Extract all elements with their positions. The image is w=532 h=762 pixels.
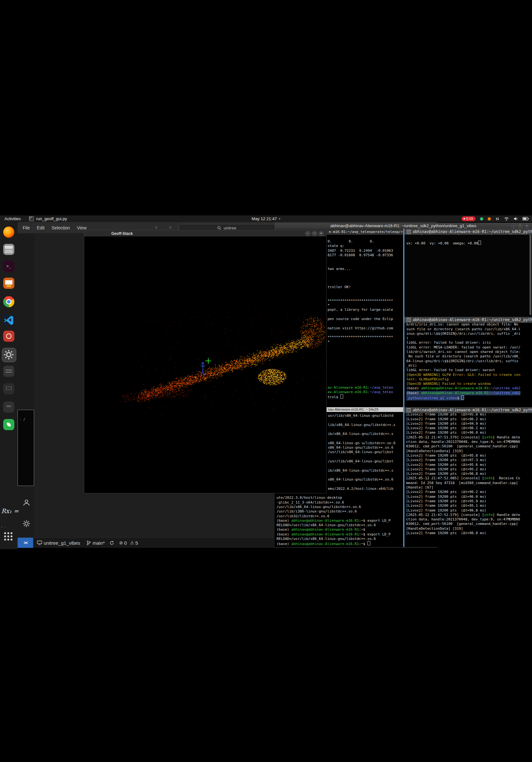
math-annotation: Rx₁ = xyxy=(1,507,19,514)
git-branch[interactable]: main* xyxy=(87,540,104,546)
small-preview-window[interactable]: · / xyxy=(18,410,34,486)
command-center-text: unitree xyxy=(224,226,236,230)
sync-icon xyxy=(109,541,114,545)
livox-terminal-content[interactable]: [Livox2] frame 19200 pts (Δt=96.2 ms)[Li… xyxy=(404,407,532,535)
dock: >_ xyxy=(0,222,18,549)
geoff-maximize-button[interactable]: □ xyxy=(312,231,317,236)
remote-window-icon xyxy=(37,541,42,545)
dock-app-dark-2-icon[interactable] xyxy=(3,383,14,394)
wifi-icon xyxy=(504,217,509,221)
nav-forward-icon[interactable]: › xyxy=(169,224,171,230)
gl-terminal-content[interactable]: libGL error: MESA-LOADER: failed to open… xyxy=(404,317,532,400)
vscode-statusbar: >< unitree_g1_vibes main* ⊘ 0 xyxy=(18,537,275,548)
drive-terminal-title: abhinav@abhinav-Alienware-m16-R1:~/unitr… xyxy=(413,229,532,234)
dock-settings-gear-icon[interactable] xyxy=(3,349,14,360)
terminal-main-titlebar[interactable]: abhinav@abhinav-Alienware-m16-R1: ~/unit… xyxy=(275,223,532,229)
problems-indicator[interactable]: ⊘ 0 ⚠ 5 xyxy=(119,540,138,546)
volume-icon xyxy=(513,217,518,221)
menu-file[interactable]: File xyxy=(23,225,30,230)
avp-terminal-title: e-m16-R1:~/avp_teleoperate/teleop/robot_ xyxy=(329,230,403,234)
dock-terminal-icon[interactable]: >_ xyxy=(3,261,14,272)
dock-app-green-icon[interactable] xyxy=(3,419,14,430)
dock-app-dark-1-icon[interactable] xyxy=(3,366,14,377)
dock-app-dark-3-icon[interactable] xyxy=(3,402,14,413)
geoff-titlebar[interactable]: Geoff-Stack − □ × xyxy=(84,230,326,236)
gl-terminal-window[interactable]: abhinav@abhinav-Alienware-m16-R1:~/unitr… xyxy=(404,317,532,407)
errors-icon: ⊘ xyxy=(119,540,123,545)
nav-back-icon[interactable]: ‹ xyxy=(155,224,157,230)
xterm-icon xyxy=(407,230,411,234)
warnings-icon: ⚠ xyxy=(130,540,134,545)
activity-bar xyxy=(18,233,34,537)
geoff-close-button[interactable]: × xyxy=(319,231,324,236)
remote-indicator[interactable]: >< xyxy=(18,538,33,548)
livox-terminal-titlebar[interactable]: abhinav@abhinav-Alienware-m16-R1:~/unitr… xyxy=(404,407,532,413)
gl-terminal-title: abhinav@abhinav-Alienware-m16-R1:~/unitr… xyxy=(413,318,532,322)
desktop: File Edit Selection View ‹ › unitree >< xyxy=(0,0,532,762)
xterm-icon xyxy=(407,408,411,412)
sync-button[interactable] xyxy=(109,541,114,545)
minimize-button[interactable]: − xyxy=(511,223,516,228)
avp-terminal-content[interactable]: 0. 0. 0.state q:3487 0.72231 0.2494 -0.0… xyxy=(327,229,403,399)
lidar-pointcloud-viewport[interactable] xyxy=(84,236,326,493)
xterm-icon xyxy=(407,318,411,322)
small-preview-text: · / xyxy=(20,418,25,421)
drive-terminal-titlebar[interactable]: abhinav@abhinav-Alienware-m16-R1:~/unitr… xyxy=(404,229,532,235)
terminal-main-title: abhinav@abhinav-Alienware-m16-R1: ~/unit… xyxy=(330,223,476,228)
errors-count: 0 xyxy=(124,540,127,546)
warnings-count: 5 xyxy=(135,540,138,546)
geoff-minimize-button[interactable]: − xyxy=(305,231,310,236)
dock-vscode-icon[interactable] xyxy=(3,314,14,326)
livox-terminal-window[interactable]: abhinav@abhinav-Alienware-m16-R1:~/unitr… xyxy=(404,407,532,547)
menu-edit[interactable]: Edit xyxy=(37,225,45,230)
gl-terminal-titlebar[interactable]: abhinav@abhinav-Alienware-m16-R1:~/unitr… xyxy=(404,317,532,323)
mic-active-icon[interactable] xyxy=(480,217,483,220)
battery-icon xyxy=(522,217,529,220)
maximize-button[interactable]: □ xyxy=(518,223,523,228)
search-icon xyxy=(217,226,221,230)
dock-firefox-icon[interactable] xyxy=(3,227,14,238)
clock[interactable]: May 12 21:47 xyxy=(252,216,277,221)
geoff-stack-window: Geoff-Stack − □ × xyxy=(84,230,327,493)
dock-files-icon[interactable] xyxy=(3,244,14,255)
math-annotation-faint-marks xyxy=(1,526,2,527)
geoff-title: Geoff-Stack xyxy=(111,231,133,236)
notification-caret-icon: ▾ xyxy=(279,217,280,220)
livox-terminal-title: abhinav@abhinav-Alienware-m16-R1:~/unitr… xyxy=(413,408,532,412)
dock-chrome-icon[interactable] xyxy=(3,296,14,307)
gnome-topbar: Activities run_geoff_gui.py May 12 21:47… xyxy=(0,215,532,222)
ldpreload-title: nav-Alienware-m16-R1: ~ 54x29 xyxy=(328,408,378,411)
menu-view[interactable]: View xyxy=(77,225,87,230)
avp-terminal-titlebar[interactable]: e-m16-R1:~/avp_teleoperate/teleop/robot_ xyxy=(327,229,403,235)
drive-terminal-window[interactable]: abhinav@abhinav-Alienware-m16-R1:~/unitr… xyxy=(404,229,532,317)
screen-recording-badge[interactable]: 0:19 xyxy=(461,216,476,221)
dock-impress-icon[interactable] xyxy=(3,277,14,289)
workspace-name[interactable]: unitree_g1_vibes xyxy=(37,540,80,546)
avp-terminal-window[interactable]: e-m16-R1:~/avp_teleoperate/teleop/robot_… xyxy=(327,229,403,407)
account-icon[interactable] xyxy=(22,498,31,507)
drive-terminal-right-scrollbar[interactable] xyxy=(529,235,531,315)
dock-recorder-icon[interactable] xyxy=(3,331,14,342)
updown-arrows-icon xyxy=(495,217,499,221)
menu-selection[interactable]: Selection xyxy=(52,225,70,230)
manage-gear-icon[interactable] xyxy=(22,519,31,528)
close-button[interactable]: × xyxy=(524,223,529,228)
camera-active-icon[interactable] xyxy=(488,217,491,220)
branch-icon xyxy=(87,541,91,545)
math-annotation-faint-marks xyxy=(4,527,5,528)
ldpreload-content-full: ute/2022.3.0/host/linux-desktop-glibc_2_… xyxy=(275,495,403,546)
show-applications-icon[interactable] xyxy=(4,532,13,541)
